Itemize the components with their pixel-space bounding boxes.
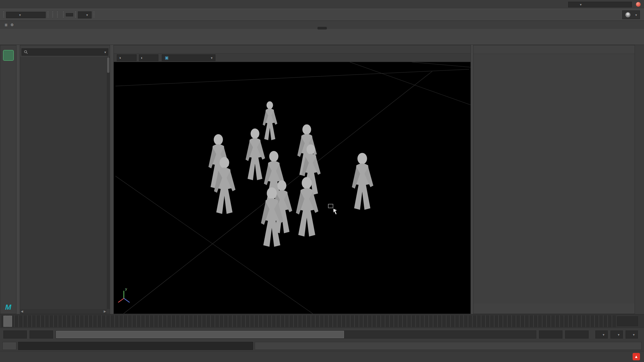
scroll-left-arrow[interactable]: ◀	[21, 310, 23, 313]
command-input[interactable]	[18, 342, 253, 350]
current-time-field[interactable]	[617, 316, 638, 326]
shelf-options-icon[interactable]: ⚙	[9, 23, 15, 27]
command-line	[0, 341, 644, 351]
group-divider[interactable]	[75, 11, 77, 18]
frame-numbers	[1, 315, 616, 327]
exposure-input[interactable]	[122, 55, 135, 60]
chevron-down-icon: ▾	[580, 3, 582, 6]
viewport-menus	[114, 45, 470, 53]
outliner-horizontal-scrollbar[interactable]: ◀▶	[20, 309, 107, 314]
status-line: ▾ ▾ ▾	[0, 9, 644, 21]
exposure-field[interactable]: ◑	[117, 54, 137, 61]
command-output	[255, 342, 642, 350]
playback-end-field[interactable]	[539, 330, 562, 339]
character-set-selector[interactable]: ▾	[595, 330, 608, 339]
time-slider-track[interactable]	[1, 315, 616, 327]
chevron-down-icon: ▾	[86, 13, 88, 17]
active-tool-slot[interactable]	[3, 50, 13, 60]
search-input[interactable]	[30, 50, 102, 54]
range-slider-bar[interactable]	[56, 331, 344, 338]
animation-start-input[interactable]	[6, 332, 24, 337]
outliner-vertical-scrollbar[interactable]	[107, 57, 110, 309]
viewport-panel: ◑ ◐ ▣ ▾	[113, 45, 471, 314]
attribute-editor-body	[474, 54, 635, 304]
fps-selector[interactable]: ▾	[626, 330, 638, 339]
main-area: M ▾ ◀▶	[0, 45, 644, 314]
group-divider[interactable]	[3, 11, 5, 18]
live-surface-field[interactable]	[66, 13, 73, 16]
playback-end-input[interactable]	[542, 332, 559, 337]
chevron-down-icon: ▾	[19, 13, 21, 17]
time-slider	[0, 314, 644, 328]
scroll-right-arrow[interactable]: ▶	[104, 310, 106, 313]
attribute-editor-panel	[473, 45, 635, 314]
watermark-badge: ▲	[633, 353, 640, 360]
outliner-tree: ◀▶	[20, 57, 110, 314]
playback-start-field[interactable]	[30, 330, 53, 339]
group-divider[interactable]	[93, 11, 95, 18]
group-divider[interactable]	[56, 11, 58, 18]
gamma-field[interactable]: ◐	[139, 54, 159, 61]
3d-scene: y	[114, 62, 470, 314]
command-language-button[interactable]	[2, 342, 16, 350]
avatar	[625, 12, 631, 17]
animation-start-field[interactable]	[3, 330, 27, 339]
animation-end-field[interactable]	[565, 330, 589, 339]
anim-layer-selector[interactable]: ▾	[610, 330, 623, 339]
search-icon	[24, 50, 28, 54]
shelf-menu-icon[interactable]: ≣	[3, 23, 9, 27]
crowd-of-human-figures	[208, 101, 373, 247]
group-divider[interactable]	[62, 11, 64, 18]
viewport-canvas[interactable]: y	[114, 62, 470, 314]
chevron-down-icon: ▾	[104, 50, 106, 54]
menubar: ▾	[0, 0, 644, 9]
chevron-down-icon: ▾	[633, 333, 635, 337]
outliner-search[interactable]: ▾	[21, 48, 108, 56]
symmetry-selector[interactable]: ▾	[78, 11, 92, 18]
fullscreen-exit-hint	[317, 27, 327, 30]
attribute-editor-menus	[474, 45, 635, 54]
toolbox: M	[0, 45, 16, 314]
chevron-down-icon: ▾	[635, 13, 637, 17]
animation-end-input[interactable]	[568, 332, 586, 337]
panel-gutter[interactable]	[16, 45, 20, 314]
workspace-selector[interactable]: ▾	[568, 2, 632, 7]
panel-gutter[interactable]	[110, 45, 113, 314]
sidebar-tab-strip	[635, 45, 644, 314]
scrollbar-thumb[interactable]	[107, 57, 109, 73]
exposure-icon: ◑	[119, 56, 121, 60]
chevron-down-icon: ▾	[603, 333, 604, 337]
range-slider-track[interactable]	[56, 330, 536, 339]
viewport-toolbar: ◑ ◐ ▣ ▾	[114, 53, 470, 62]
gamma-input[interactable]	[144, 55, 156, 60]
outliner-panel: ▾ ◀▶	[20, 45, 110, 314]
maya-window: ▾ ▾ ▾	[0, 0, 644, 362]
help-line: ▲	[0, 351, 644, 362]
shelf-icon-row	[0, 29, 644, 45]
range-slider: ▾ ▾ ▾	[0, 328, 644, 341]
chevron-down-icon: ▾	[618, 333, 620, 337]
color-management-icon: ▣	[165, 55, 168, 60]
maya-logo: M	[5, 303, 11, 312]
account-menu[interactable]: ▾	[622, 10, 640, 19]
playback-controls	[639, 314, 644, 328]
outliner-menus	[20, 47, 110, 48]
mouse-cursor	[328, 204, 337, 214]
axis-gizmo: y	[118, 287, 130, 303]
view-transform-selector[interactable]: ▣ ▾	[162, 54, 215, 61]
gamma-icon: ◐	[141, 56, 143, 60]
attribute-editor-buttons	[474, 304, 635, 314]
grid-lines	[115, 62, 470, 314]
playback-start-input[interactable]	[33, 332, 50, 337]
whats-new-icon[interactable]	[636, 2, 641, 7]
group-divider[interactable]	[52, 11, 54, 18]
group-divider[interactable]	[47, 11, 49, 18]
panel-gutter[interactable]	[471, 45, 473, 314]
current-frame-marker[interactable]	[3, 316, 12, 327]
svg-text:y: y	[125, 287, 127, 291]
chevron-down-icon: ▾	[211, 56, 212, 60]
menu-set-selector[interactable]: ▾	[6, 12, 46, 18]
